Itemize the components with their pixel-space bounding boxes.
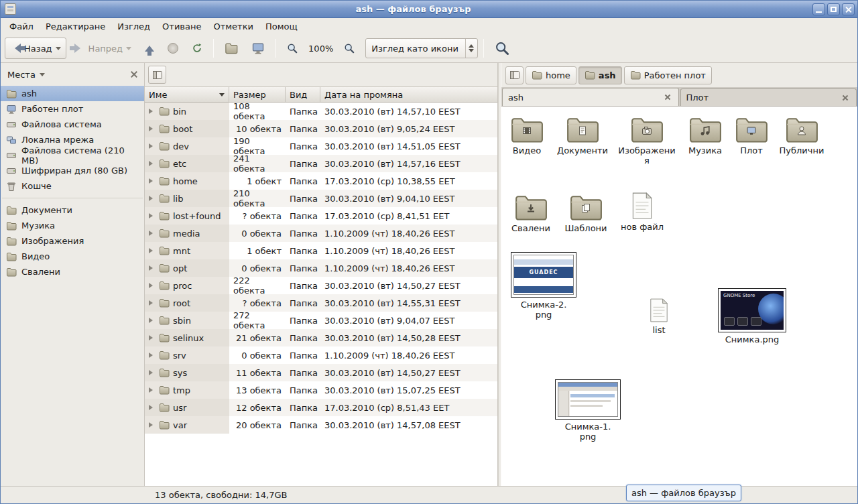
- icon-item-public[interactable]: Публични: [775, 115, 829, 155]
- expander-icon[interactable]: [149, 300, 156, 306]
- zoom-out-button[interactable]: [282, 38, 303, 59]
- table-row[interactable]: usr12 обектаПапка17.03.2010 (ср) 8,51,43…: [145, 399, 497, 416]
- icon-item-photo2[interactable]: GUADEC Снимка-2.png: [508, 252, 579, 320]
- table-row[interactable]: media0 обектаПапка1.10.2009 (чт) 18,40,2…: [145, 225, 497, 242]
- table-row[interactable]: boot10 обектаПапка30.03.2010 (вт) 9,05,2…: [145, 120, 497, 137]
- tab-close-icon[interactable]: [840, 92, 851, 103]
- expander-icon[interactable]: [149, 387, 156, 393]
- combo-spinner[interactable]: [465, 39, 477, 58]
- table-row[interactable]: tmp13 обектаПапка30.03.2010 (вт) 15,07,2…: [145, 381, 497, 399]
- sidebar-item-ash[interactable]: ash: [1, 86, 144, 101]
- table-row[interactable]: etc241 обектаПапка30.03.2010 (вт) 14,57,…: [145, 155, 497, 172]
- table-row[interactable]: srv0 обектаПапка1.10.2009 (чт) 18,40,26 …: [145, 346, 497, 364]
- menu-go[interactable]: Отиване: [156, 19, 207, 34]
- up-button[interactable]: [139, 38, 160, 59]
- close-button[interactable]: [842, 3, 855, 15]
- menu-bookmarks[interactable]: Отметки: [207, 19, 259, 34]
- icon-item-desktop[interactable]: Плот: [731, 115, 772, 155]
- path-button-home[interactable]: home: [526, 66, 576, 84]
- sidebar-item-filesystem[interactable]: Файлова система: [1, 117, 144, 132]
- expander-icon[interactable]: [149, 213, 156, 218]
- icon-item-images[interactable]: Изображения: [617, 115, 677, 166]
- stop-button[interactable]: [162, 38, 184, 59]
- icon-item-listfile[interactable]: list: [639, 298, 679, 335]
- expander-icon[interactable]: [149, 318, 156, 323]
- table-row[interactable]: root? обектаПапка30.03.2010 (вт) 14,55,3…: [145, 294, 497, 312]
- expander-icon[interactable]: [149, 283, 156, 288]
- sidebar-item-downloads[interactable]: Свалени: [1, 264, 144, 279]
- expander-icon[interactable]: [149, 196, 156, 201]
- tab-close-icon[interactable]: [662, 92, 673, 103]
- icon-item-templates[interactable]: Шаблони: [560, 193, 611, 233]
- search-button[interactable]: [489, 38, 515, 59]
- sidebar-item-filesystem-210mb[interactable]: Файлова система (210 MB): [1, 147, 144, 163]
- column-header-date[interactable]: Дата на промяна: [320, 87, 497, 102]
- icon-item-newfile[interactable]: нов файл: [617, 192, 668, 232]
- table-row[interactable]: mnt1 обектПапка1.10.2009 (чт) 18,40,26 E…: [145, 242, 497, 259]
- menu-edit[interactable]: Редактиране: [40, 19, 111, 34]
- table-row[interactable]: dev190 обектаПапка30.03.2010 (вт) 14,51,…: [145, 137, 497, 155]
- sidebar-item-video[interactable]: Видео: [1, 249, 144, 264]
- column-header-type[interactable]: Вид: [286, 87, 320, 102]
- table-row[interactable]: opt0 обектаПапка1.10.2009 (чт) 18,40,26 …: [145, 259, 497, 277]
- sidebar-item-encrypted-80gb[interactable]: Шифриран дял (80 GB): [1, 163, 144, 178]
- places-sidebar: Места ash Работен плот Файлова система Л…: [1, 63, 145, 486]
- menu-file[interactable]: Файл: [3, 19, 40, 34]
- expander-icon[interactable]: [149, 265, 156, 271]
- table-row[interactable]: sys11 обектаПапка30.03.2010 (вт) 14,50,2…: [145, 364, 497, 381]
- table-row[interactable]: bin108 обектаПапка30.03.2010 (вт) 14,57,…: [145, 103, 497, 120]
- tab-plot[interactable]: Плот: [680, 88, 857, 106]
- sidebar-item-desktop[interactable]: Работен плот: [1, 101, 144, 117]
- expander-icon[interactable]: [149, 231, 156, 236]
- table-row[interactable]: proc222 обектаПапка30.03.2010 (вт) 14,50…: [145, 277, 497, 294]
- expander-icon[interactable]: [149, 422, 156, 428]
- sidebar-item-trash[interactable]: Кошче: [1, 178, 144, 194]
- sidebar-title[interactable]: Места: [7, 70, 36, 80]
- expander-icon[interactable]: [149, 248, 156, 253]
- expander-icon[interactable]: [149, 161, 156, 166]
- table-row[interactable]: var20 обектаПапка30.03.2010 (вт) 14,57,0…: [145, 416, 497, 434]
- icon-item-photo1[interactable]: Снимка-1.png: [554, 379, 622, 442]
- icon-item-downloads[interactable]: Свалени: [507, 193, 555, 233]
- window-list-button[interactable]: ash — файлов браузър: [626, 485, 741, 501]
- expander-icon[interactable]: [149, 335, 156, 340]
- minimize-button[interactable]: [812, 3, 825, 15]
- back-button[interactable]: Назад: [5, 38, 66, 59]
- table-row[interactable]: home1 обектПапка17.03.2010 (ср) 10,38,55…: [145, 172, 497, 190]
- column-header-size[interactable]: Размер: [229, 87, 286, 102]
- icon-item-music[interactable]: Музика: [681, 115, 729, 155]
- path-button-desktop[interactable]: Работен плот: [624, 66, 712, 84]
- table-row[interactable]: lost+found? обектаПапка17.03.2010 (ср) 8…: [145, 207, 497, 225]
- expander-icon[interactable]: [149, 405, 156, 410]
- zoom-in-button[interactable]: [339, 38, 360, 59]
- table-row[interactable]: lib210 обектаПапка30.03.2010 (вт) 9,04,1…: [145, 190, 497, 207]
- icon-item-photo[interactable]: GNOME Store Снимка.png: [715, 288, 790, 344]
- forward-button[interactable]: Напред: [69, 38, 137, 59]
- reload-button[interactable]: [186, 38, 208, 59]
- expander-icon[interactable]: [149, 143, 156, 149]
- menu-help[interactable]: Помощ: [259, 19, 304, 34]
- expander-icon[interactable]: [149, 370, 156, 375]
- home-button[interactable]: [219, 38, 243, 59]
- table-row[interactable]: sbin272 обектаПапка30.03.2010 (вт) 9,04,…: [145, 312, 497, 329]
- icon-item-documents[interactable]: Документи: [556, 115, 609, 155]
- expander-icon[interactable]: [149, 353, 156, 358]
- computer-button[interactable]: [246, 38, 270, 59]
- expander-icon[interactable]: [149, 178, 156, 184]
- sidebar-item-pictures[interactable]: Изображения: [1, 233, 144, 249]
- tab-ash[interactable]: ash: [502, 88, 679, 106]
- table-row[interactable]: selinux21 обектаПапка30.03.2010 (вт) 14,…: [145, 329, 497, 346]
- path-button-ash[interactable]: ash: [578, 66, 622, 84]
- expander-icon[interactable]: [149, 126, 156, 131]
- pane-toggle-button[interactable]: [148, 66, 166, 84]
- expander-icon[interactable]: [149, 109, 156, 114]
- maximize-button[interactable]: [827, 3, 840, 15]
- view-mode-combo[interactable]: Изглед като икони: [365, 38, 478, 58]
- pathbar-root-button[interactable]: [505, 66, 524, 84]
- sidebar-close-icon[interactable]: [128, 68, 140, 80]
- sidebar-item-documents[interactable]: Документи: [1, 202, 144, 218]
- column-header-name[interactable]: Име: [145, 87, 229, 102]
- icon-item-video[interactable]: Видео: [501, 115, 552, 155]
- sidebar-item-music[interactable]: Музика: [1, 218, 144, 233]
- menu-view[interactable]: Изглед: [111, 19, 156, 34]
